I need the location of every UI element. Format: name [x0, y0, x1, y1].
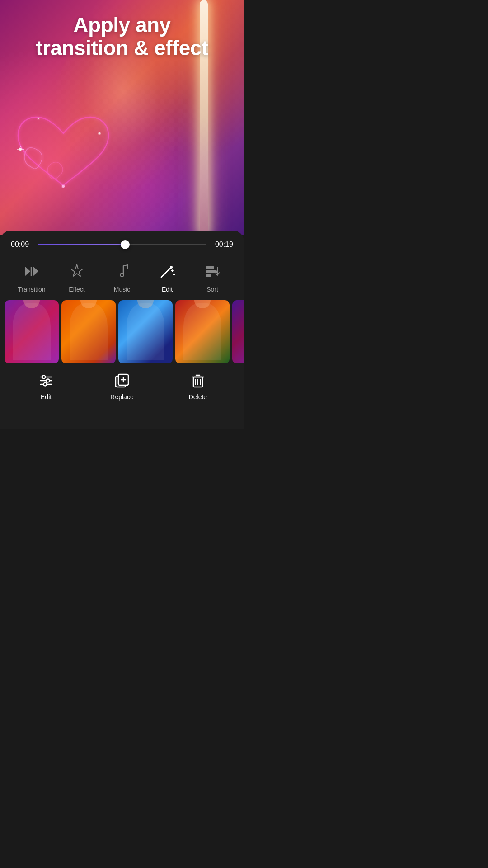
timeline-row: 00:09 00:19 [0, 231, 244, 256]
effect-icon [66, 260, 88, 282]
svg-point-0 [19, 148, 22, 151]
music-label: Music [114, 286, 131, 293]
music-icon [111, 260, 133, 282]
svg-point-25 [42, 376, 46, 379]
action-edit-icon [36, 371, 56, 391]
svg-marker-7 [25, 266, 30, 276]
timeline-fill [38, 244, 125, 245]
hero-title-line2: transition & effect [0, 37, 244, 60]
action-replace[interactable]: Replace [110, 371, 133, 401]
svg-marker-8 [33, 266, 38, 276]
svg-rect-18 [206, 266, 214, 269]
tool-music[interactable]: Music [99, 260, 145, 293]
sort-icon [202, 260, 223, 282]
action-delete-icon [188, 371, 208, 391]
sort-label: Sort [206, 286, 218, 293]
thumbnail-1[interactable] [5, 300, 59, 363]
tool-sort[interactable]: Sort [190, 260, 235, 293]
thumbnail-2[interactable] [61, 300, 116, 363]
timeline-thumb[interactable] [121, 240, 130, 249]
current-time: 00:09 [11, 241, 33, 249]
hero-title-line1: Apply any [0, 14, 244, 37]
edit-label: Edit [162, 286, 173, 293]
thumbnails-row [0, 300, 244, 363]
edit-icon [156, 260, 178, 282]
action-delete-label: Delete [189, 393, 207, 401]
action-delete[interactable]: Delete [188, 371, 208, 401]
svg-point-2 [62, 185, 65, 188]
svg-point-26 [47, 379, 50, 382]
thumbnail-4[interactable] [175, 300, 230, 363]
hero-section: Apply any transition & effect [0, 0, 244, 235]
action-bar: Edit Replace [0, 363, 244, 405]
bottom-panel: 00:09 00:19 Transition [0, 231, 244, 429]
transition-label: Transition [18, 286, 46, 293]
svg-line-12 [161, 268, 170, 277]
end-time: 00:19 [211, 241, 233, 249]
transition-icon [21, 260, 42, 282]
timeline-track[interactable] [38, 244, 206, 245]
tool-transition[interactable]: Transition [9, 260, 54, 293]
svg-rect-20 [206, 274, 211, 277]
tools-row: Transition Effect Music [0, 256, 244, 300]
action-replace-icon [112, 371, 132, 391]
neon-heart-decoration [14, 108, 113, 199]
effect-label: Effect [69, 286, 85, 293]
svg-point-13 [170, 266, 173, 269]
action-replace-label: Replace [110, 393, 133, 401]
tool-edit[interactable]: Edit [145, 260, 190, 293]
svg-marker-10 [71, 264, 83, 276]
svg-point-1 [99, 132, 101, 135]
hero-title: Apply any transition & effect [0, 14, 244, 59]
action-edit[interactable]: Edit [36, 371, 56, 401]
action-edit-label: Edit [41, 393, 52, 401]
svg-point-27 [44, 383, 47, 386]
svg-point-3 [38, 118, 39, 119]
tool-effect[interactable]: Effect [54, 260, 99, 293]
thumbnail-3[interactable] [118, 300, 173, 363]
thumbnail-5[interactable] [232, 300, 244, 363]
